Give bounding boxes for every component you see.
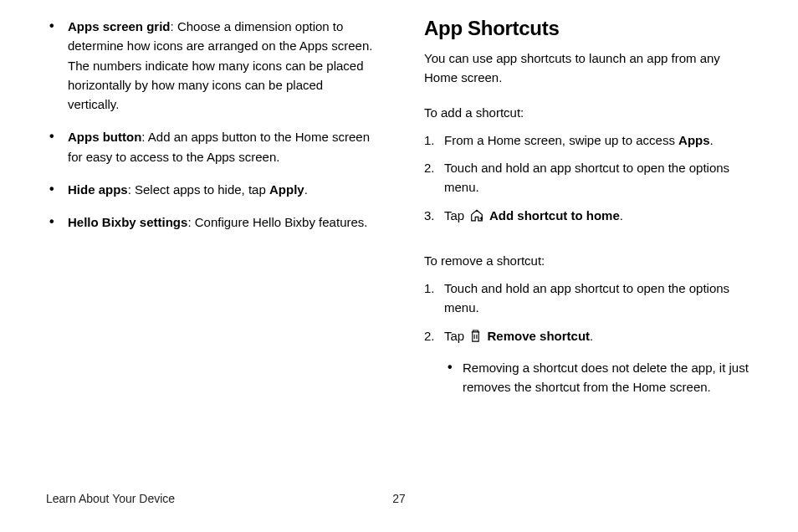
step-item: Tap Remove shortcut. Removing a shortcut… — [424, 326, 752, 406]
remove-steps: Touch and hold an app shortcut to open t… — [424, 279, 752, 405]
add-lead: To add a shortcut: — [424, 103, 752, 122]
term: Apps button — [68, 130, 141, 144]
section-intro: You can use app shortcuts to launch an a… — [424, 49, 752, 88]
term: Hide apps — [68, 182, 128, 197]
section-heading: App Shortcuts — [424, 17, 752, 40]
step-item: Touch and hold an app shortcut to open t… — [424, 158, 752, 206]
sub-note: Removing a shortcut does not delete the … — [444, 358, 752, 397]
step-item: Tap Add shortcut to home. — [424, 206, 752, 236]
tail-bold: Apply — [269, 182, 304, 197]
desc: : Select apps to hide, tap — [128, 182, 269, 197]
desc: : Configure Hello Bixby features. — [187, 215, 367, 229]
tail: . — [304, 182, 308, 197]
left-settings-list: Apps screen grid: Choose a dimension opt… — [46, 17, 374, 245]
term: Hello Bixby settings — [68, 215, 187, 229]
home-plus-icon — [469, 208, 484, 228]
list-item: Hide apps: Select apps to hide, tap Appl… — [46, 180, 374, 212]
list-item: Apps button: Add an apps button to the H… — [46, 127, 374, 180]
add-steps: From a Home screen, swipe up to access A… — [424, 130, 752, 236]
step-item: From a Home screen, swipe up to access A… — [424, 130, 752, 158]
list-item: Hello Bixby settings: Configure Hello Bi… — [46, 212, 374, 245]
remove-lead: To remove a shortcut: — [424, 251, 752, 270]
footer-page-number: 27 — [392, 492, 406, 505]
step-item: Touch and hold an app shortcut to open t… — [424, 279, 752, 326]
footer-title: Learn About Your Device — [46, 492, 175, 505]
list-item: Apps screen grid: Choose a dimension opt… — [46, 17, 374, 127]
term: Apps screen grid — [68, 19, 171, 33]
page-footer: Learn About Your Device 27 — [46, 492, 752, 505]
trash-icon — [469, 329, 482, 348]
